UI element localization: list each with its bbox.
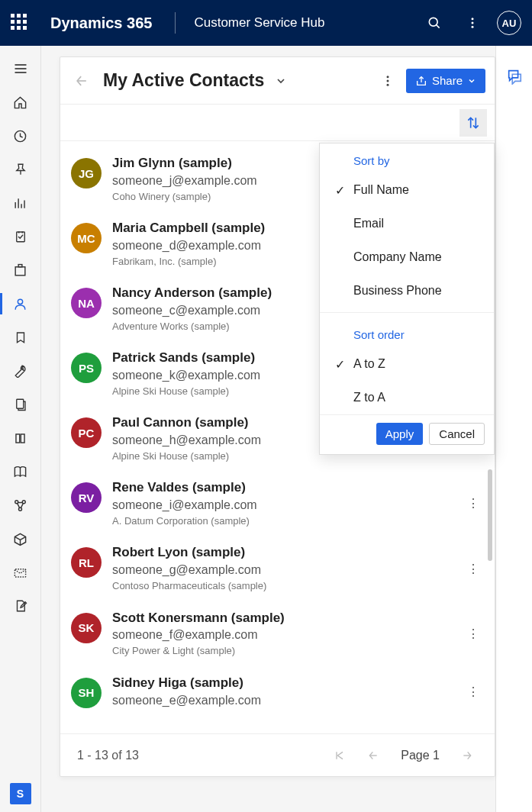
sort-option-label: Z to A <box>353 391 385 404</box>
svg-point-37 <box>386 83 389 85</box>
mail-icon[interactable] <box>0 556 41 589</box>
sort-field-option[interactable]: Company Name <box>320 240 494 274</box>
avatar: PS <box>71 353 102 383</box>
header-divider <box>175 12 176 34</box>
sort-field-option[interactable]: Business Phone <box>320 274 494 308</box>
scrollbar[interactable] <box>488 469 492 561</box>
wrench-icon[interactable] <box>0 354 41 388</box>
sort-by-label: Sort by <box>320 143 494 173</box>
contact-row[interactable]: SH Sidney Higa (sample)someone_e@example… <box>60 665 495 717</box>
hub-title[interactable]: Customer Service Hub <box>194 15 410 31</box>
assistant-chat-icon[interactable] <box>496 60 533 93</box>
svg-point-2 <box>472 18 474 20</box>
sort-option-label: Business Phone <box>353 284 442 298</box>
user-avatar[interactable]: AU <box>497 11 521 35</box>
more-vertical-icon[interactable] <box>459 9 486 37</box>
share-icon <box>415 75 427 87</box>
cases-icon[interactable] <box>0 321 41 354</box>
connections-icon[interactable] <box>0 488 41 522</box>
avatar: MC <box>71 223 102 253</box>
sort-panel: Sort by ✓Full Name Email Company Name Bu… <box>319 143 495 455</box>
cancel-button[interactable]: Cancel <box>429 423 485 445</box>
apply-button[interactable]: Apply <box>376 423 424 445</box>
contact-email: someone_g@example.com <box>112 562 452 578</box>
contact-name: Sidney Higa (sample) <box>112 675 452 692</box>
sort-order-option[interactable]: ✓A to Z <box>320 347 494 381</box>
recent-icon[interactable] <box>0 119 41 153</box>
knowledge-icon[interactable] <box>0 421 41 455</box>
svg-line-30 <box>15 536 20 540</box>
svg-point-4 <box>472 26 474 28</box>
avatar: PC <box>71 417 102 448</box>
contact-row[interactable]: SK Scott Konersmann (sample)someone_f@ex… <box>60 601 495 665</box>
dashboard-icon[interactable] <box>0 186 41 220</box>
home-icon[interactable] <box>0 85 41 119</box>
search-icon[interactable] <box>421 9 448 37</box>
contact-company: A. Datum Corporation (sample) <box>112 514 452 528</box>
contact-email: someone_f@example.com <box>112 627 452 643</box>
sort-field-option[interactable]: ✓Full Name <box>320 173 494 207</box>
accounts-icon[interactable] <box>0 253 41 287</box>
view-title[interactable]: My Active Contacts <box>103 70 264 91</box>
avatar: NA <box>71 288 102 318</box>
next-page-icon[interactable] <box>456 745 478 766</box>
back-arrow-icon[interactable] <box>69 69 94 93</box>
queue-icon[interactable] <box>0 388 41 421</box>
app-switcher-badge[interactable]: S <box>10 783 31 804</box>
card-header: My Active Contacts Share <box>60 57 495 105</box>
avatar: SH <box>71 678 102 708</box>
edit-page-icon[interactable] <box>0 589 41 623</box>
contact-name: Scott Konersmann (sample) <box>112 610 452 627</box>
sort-option-label: Email <box>353 217 384 230</box>
sort-option-label: A to Z <box>353 357 385 371</box>
app-launcher-icon[interactable] <box>11 14 29 32</box>
svg-rect-21 <box>16 433 20 442</box>
svg-line-1 <box>437 25 440 28</box>
sort-option-label: Company Name <box>353 250 442 264</box>
avatar: RL <box>71 547 102 578</box>
hamburger-icon[interactable] <box>0 52 41 85</box>
row-more-icon[interactable]: ⋮ <box>463 627 484 641</box>
check-icon: ✓ <box>330 357 349 372</box>
svg-line-28 <box>18 503 20 508</box>
avatar: RV <box>71 482 102 513</box>
check-icon: ✓ <box>330 183 349 198</box>
row-more-icon[interactable]: ⋮ <box>463 562 484 576</box>
contact-email: someone_e@example.com <box>112 692 452 709</box>
page-label: Page 1 <box>401 749 440 762</box>
sort-toggle-button[interactable] <box>459 109 487 137</box>
brand-title: Dynamics 365 <box>50 14 152 32</box>
share-button-label: Share <box>432 74 463 87</box>
avatar: JG <box>71 158 102 188</box>
svg-line-29 <box>21 503 23 508</box>
overflow-menu-icon[interactable] <box>376 69 400 93</box>
sort-field-option[interactable]: Email <box>320 207 494 240</box>
contacts-card: My Active Contacts Share <box>60 56 495 777</box>
left-nav-rail: S <box>0 46 41 812</box>
sort-order-option[interactable]: Z to A <box>320 381 494 414</box>
first-page-icon[interactable] <box>329 745 350 766</box>
prev-page-icon[interactable] <box>363 745 384 766</box>
contacts-icon[interactable] <box>0 287 41 321</box>
main-content: My Active Contacts Share <box>41 46 495 812</box>
svg-rect-33 <box>15 569 25 576</box>
row-more-icon[interactable]: ⋮ <box>463 496 484 511</box>
share-button[interactable]: Share <box>406 69 485 93</box>
pin-icon[interactable] <box>0 153 41 186</box>
contact-name: Robert Lyon (sample) <box>112 544 452 562</box>
row-more-icon[interactable]: ⋮ <box>463 685 484 699</box>
chevron-down-icon[interactable] <box>275 75 287 87</box>
chevron-down-icon <box>467 76 476 85</box>
sort-bar <box>60 105 495 141</box>
contact-row[interactable]: RV Rene Valdes (sample)someone_i@example… <box>60 470 495 535</box>
svg-point-35 <box>386 76 389 78</box>
record-range: 1 - 13 of 13 <box>77 749 317 762</box>
svg-point-19 <box>18 299 22 304</box>
contact-row[interactable]: RL Robert Lyon (sample)someone_g@example… <box>60 535 495 600</box>
book-icon[interactable] <box>0 455 41 488</box>
global-header: Dynamics 365 Customer Service Hub AU <box>0 0 532 46</box>
activities-icon[interactable] <box>0 220 41 253</box>
contact-company: Contoso Pharmaceuticals (sample) <box>112 579 452 593</box>
box-icon[interactable] <box>0 522 41 556</box>
svg-rect-17 <box>15 266 25 275</box>
